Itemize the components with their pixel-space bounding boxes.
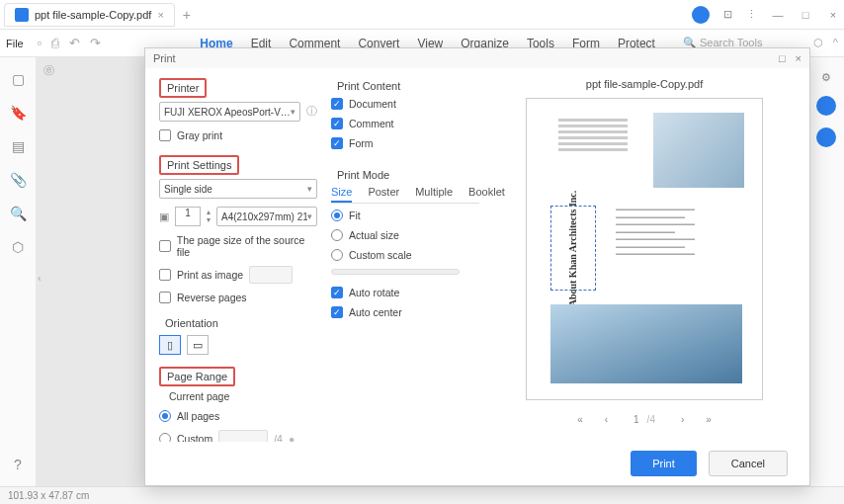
file-menu[interactable]: File: [6, 38, 24, 49]
close-window-button[interactable]: ×: [826, 9, 840, 21]
prev-page-button[interactable]: ‹: [38, 272, 55, 290]
all-pages-label: All pages: [177, 410, 219, 422]
reverse-pages-checkbox[interactable]: [159, 292, 171, 303]
pager-prev-button[interactable]: ‹: [601, 412, 612, 427]
auto-center-checkbox[interactable]: ✓: [331, 306, 343, 318]
auto-rotate-checkbox[interactable]: ✓: [331, 287, 343, 298]
user-avatar[interactable]: [692, 6, 710, 24]
content-form-label: Form: [349, 137, 374, 149]
left-sidebar: ▢ 🔖 ▤ 📎 🔍 ⬡ ?: [0, 57, 36, 486]
new-tab-button[interactable]: +: [183, 7, 191, 23]
copies-input[interactable]: 1: [175, 207, 201, 226]
content-document-checkbox[interactable]: ✓: [331, 98, 343, 110]
preview-text-block: [558, 119, 628, 154]
undo-icon[interactable]: ↶: [69, 36, 80, 50]
preview-paragraph: ▬▬▬▬▬▬▬▬▬▬▬▬▬▬▬▬▬▬▬▬▬▬▬▬▬▬▬▬▬▬▬▬▬▬▬▬▬▬▬▬…: [616, 206, 744, 258]
expand-icon[interactable]: ^: [833, 37, 838, 49]
right-sidebar: ⚙: [808, 57, 844, 486]
range-help-icon[interactable]: ●: [289, 433, 295, 442]
pager-page-value: 1/4: [626, 412, 663, 427]
collate-icon[interactable]: ▣: [159, 210, 169, 222]
printer-section-label: Printer: [159, 78, 207, 98]
properties-icon[interactable]: ⚙: [821, 71, 831, 84]
print-as-image-checkbox[interactable]: [159, 269, 171, 281]
minimize-button[interactable]: —: [771, 9, 785, 21]
content-comment-checkbox[interactable]: ✓: [331, 118, 343, 129]
translate-badge-icon[interactable]: [816, 127, 836, 147]
thumbnails-icon[interactable]: ▢: [12, 71, 25, 87]
save-icon[interactable]: ▫: [38, 36, 42, 50]
tab-size[interactable]: Size: [331, 183, 352, 203]
orientation-portrait-button[interactable]: ▯: [159, 335, 181, 355]
print-content-section-label: Print Content: [331, 78, 406, 94]
redo-icon[interactable]: ↷: [90, 36, 101, 50]
paper-size-select[interactable]: A4(210x297mm) 21…▾: [216, 207, 317, 226]
dialog-title: Print: [153, 52, 176, 64]
auto-center-label: Auto center: [349, 306, 402, 318]
attachments-icon[interactable]: 📎: [10, 172, 27, 188]
layers-icon[interactable]: ▤: [12, 138, 25, 154]
custom-range-radio[interactable]: [159, 433, 171, 442]
tab-poster[interactable]: Poster: [368, 183, 399, 203]
tab-multiple[interactable]: Multiple: [415, 183, 453, 203]
app-icon: [15, 8, 29, 22]
search-icon[interactable]: 🔍: [10, 206, 27, 221]
close-tab-icon[interactable]: ×: [157, 9, 163, 21]
pager-next-button[interactable]: ›: [677, 412, 688, 427]
ai-badge-icon[interactable]: [816, 96, 836, 116]
size-fit-label: Fit: [349, 210, 361, 221]
print-button[interactable]: Print: [631, 451, 697, 476]
dialog-maximize-icon[interactable]: □: [779, 52, 786, 64]
auto-rotate-label: Auto rotate: [349, 287, 399, 298]
copies-stepper[interactable]: ▴▾: [207, 209, 211, 224]
bookmarks-icon[interactable]: 🔖: [10, 105, 27, 121]
print-icon[interactable]: ⎙: [51, 36, 59, 50]
chevron-down-icon: ▾: [291, 107, 295, 117]
more-icon[interactable]: ⋮: [746, 8, 757, 21]
printer-info-icon[interactable]: ⓘ: [306, 105, 317, 119]
address-icon[interactable]: ⓔ: [43, 63, 54, 78]
page-size-source-checkbox[interactable]: [159, 240, 171, 252]
document-tab[interactable]: ppt file-sample-Copy.pdf ×: [4, 3, 175, 27]
pager-last-button[interactable]: »: [702, 412, 716, 427]
gray-print-checkbox[interactable]: [159, 129, 171, 141]
printer-select[interactable]: FUJI XEROX ApeosPort-VI C3370 ▾: [159, 102, 300, 122]
status-dimensions: 101.93 x 47.87 cm: [8, 490, 89, 501]
orientation-landscape-button[interactable]: ▭: [187, 335, 209, 355]
page-range-section-label: Page Range: [159, 367, 235, 386]
preview-image-1: [653, 113, 744, 188]
size-custom-label: Custom scale: [349, 249, 412, 261]
feedback-icon[interactable]: ⊡: [723, 8, 732, 21]
custom-scale-slider: [331, 269, 460, 275]
size-custom-radio[interactable]: [331, 249, 343, 261]
pager-first-button[interactable]: «: [573, 412, 587, 427]
content-document-label: Document: [349, 98, 396, 110]
maximize-button[interactable]: □: [799, 9, 812, 21]
print-mode-tabs: Size Poster Multiple Booklet: [331, 183, 479, 204]
size-actual-label: Actual size: [349, 229, 399, 241]
tab-label: ppt file-sample-Copy.pdf: [35, 9, 151, 21]
duplex-select[interactable]: Single side▾: [159, 179, 317, 199]
print-settings-section-label: Print Settings: [159, 155, 239, 175]
print-as-image-label: Print as image: [177, 269, 243, 281]
dialog-close-icon[interactable]: ×: [796, 52, 802, 64]
gray-print-label: Gray print: [177, 129, 222, 141]
printer-select-value: FUJI XEROX ApeosPort-VI C3370: [164, 107, 291, 118]
print-dialog: Print □ × Printer FUJI XEROX ApeosPort-V…: [144, 47, 810, 486]
content-form-checkbox[interactable]: ✓: [331, 137, 343, 149]
total-pages-label: /4: [274, 433, 283, 442]
all-pages-radio[interactable]: [159, 410, 171, 422]
more-sidebar-icon[interactable]: ⬡: [12, 239, 24, 255]
current-page-label: Current page: [169, 390, 229, 402]
preview-image-2: [550, 304, 742, 383]
content-comment-label: Comment: [349, 118, 394, 129]
custom-range-input: [218, 430, 268, 442]
print-as-image-dpi-input: [249, 266, 293, 284]
preview-rotated-title: About Khan Architects Inc.: [550, 206, 596, 291]
size-actual-radio[interactable]: [331, 229, 343, 241]
cancel-button[interactable]: Cancel: [709, 451, 788, 476]
help-icon[interactable]: ?: [14, 457, 22, 472]
print-mode-section-label: Print Mode: [331, 167, 395, 183]
cloud-icon[interactable]: ⬡: [813, 37, 823, 49]
size-fit-radio[interactable]: [331, 210, 343, 221]
